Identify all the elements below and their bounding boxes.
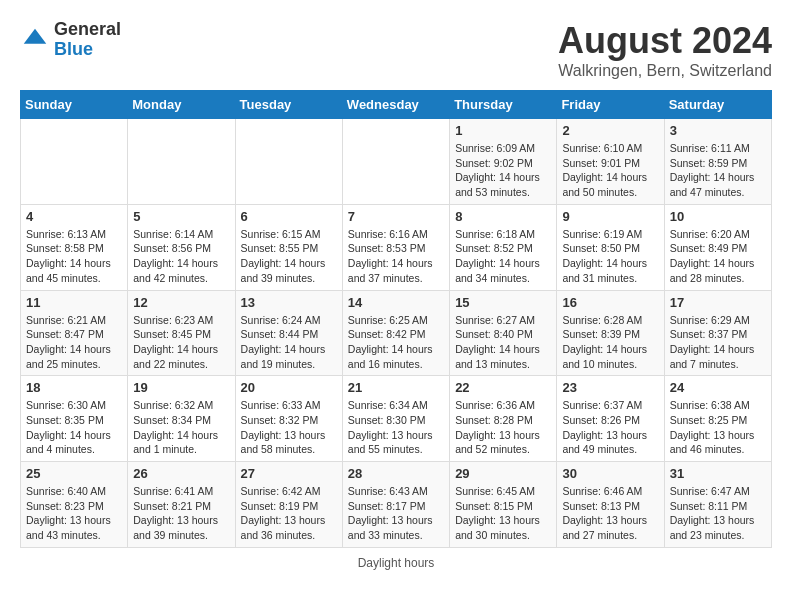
header-day-wednesday: Wednesday bbox=[342, 91, 449, 119]
day-info: Sunrise: 6:10 AMSunset: 9:01 PMDaylight:… bbox=[562, 141, 658, 200]
calendar-cell: 12Sunrise: 6:23 AMSunset: 8:45 PMDayligh… bbox=[128, 290, 235, 376]
day-info: Sunrise: 6:41 AMSunset: 8:21 PMDaylight:… bbox=[133, 484, 229, 543]
logo: General Blue bbox=[20, 20, 121, 60]
week-row-1: 1Sunrise: 6:09 AMSunset: 9:02 PMDaylight… bbox=[21, 119, 772, 205]
calendar-table: SundayMondayTuesdayWednesdayThursdayFrid… bbox=[20, 90, 772, 548]
calendar-cell: 10Sunrise: 6:20 AMSunset: 8:49 PMDayligh… bbox=[664, 204, 771, 290]
day-info: Sunrise: 6:21 AMSunset: 8:47 PMDaylight:… bbox=[26, 313, 122, 372]
title-area: August 2024 Walkringen, Bern, Switzerlan… bbox=[558, 20, 772, 80]
calendar-cell: 30Sunrise: 6:46 AMSunset: 8:13 PMDayligh… bbox=[557, 462, 664, 548]
subtitle: Walkringen, Bern, Switzerland bbox=[558, 62, 772, 80]
day-info: Sunrise: 6:14 AMSunset: 8:56 PMDaylight:… bbox=[133, 227, 229, 286]
day-info: Sunrise: 6:45 AMSunset: 8:15 PMDaylight:… bbox=[455, 484, 551, 543]
calendar-cell: 16Sunrise: 6:28 AMSunset: 8:39 PMDayligh… bbox=[557, 290, 664, 376]
day-number: 30 bbox=[562, 466, 658, 481]
footer-note-text: Daylight hours bbox=[358, 556, 435, 570]
day-number: 21 bbox=[348, 380, 444, 395]
day-info: Sunrise: 6:28 AMSunset: 8:39 PMDaylight:… bbox=[562, 313, 658, 372]
day-number: 15 bbox=[455, 295, 551, 310]
day-number: 10 bbox=[670, 209, 766, 224]
calendar-header: SundayMondayTuesdayWednesdayThursdayFrid… bbox=[21, 91, 772, 119]
header: General Blue August 2024 Walkringen, Ber… bbox=[20, 20, 772, 80]
logo-icon bbox=[20, 25, 50, 55]
header-day-monday: Monday bbox=[128, 91, 235, 119]
day-info: Sunrise: 6:42 AMSunset: 8:19 PMDaylight:… bbox=[241, 484, 337, 543]
day-info: Sunrise: 6:38 AMSunset: 8:25 PMDaylight:… bbox=[670, 398, 766, 457]
calendar-cell: 23Sunrise: 6:37 AMSunset: 8:26 PMDayligh… bbox=[557, 376, 664, 462]
day-number: 7 bbox=[348, 209, 444, 224]
calendar-cell bbox=[128, 119, 235, 205]
calendar-cell: 25Sunrise: 6:40 AMSunset: 8:23 PMDayligh… bbox=[21, 462, 128, 548]
week-row-3: 11Sunrise: 6:21 AMSunset: 8:47 PMDayligh… bbox=[21, 290, 772, 376]
day-info: Sunrise: 6:15 AMSunset: 8:55 PMDaylight:… bbox=[241, 227, 337, 286]
calendar-cell: 7Sunrise: 6:16 AMSunset: 8:53 PMDaylight… bbox=[342, 204, 449, 290]
header-day-thursday: Thursday bbox=[450, 91, 557, 119]
day-number: 27 bbox=[241, 466, 337, 481]
day-number: 31 bbox=[670, 466, 766, 481]
day-number: 9 bbox=[562, 209, 658, 224]
day-info: Sunrise: 6:18 AMSunset: 8:52 PMDaylight:… bbox=[455, 227, 551, 286]
day-info: Sunrise: 6:33 AMSunset: 8:32 PMDaylight:… bbox=[241, 398, 337, 457]
calendar-cell bbox=[21, 119, 128, 205]
calendar-cell: 19Sunrise: 6:32 AMSunset: 8:34 PMDayligh… bbox=[128, 376, 235, 462]
calendar-cell: 8Sunrise: 6:18 AMSunset: 8:52 PMDaylight… bbox=[450, 204, 557, 290]
day-number: 3 bbox=[670, 123, 766, 138]
day-info: Sunrise: 6:30 AMSunset: 8:35 PMDaylight:… bbox=[26, 398, 122, 457]
calendar-cell: 20Sunrise: 6:33 AMSunset: 8:32 PMDayligh… bbox=[235, 376, 342, 462]
day-number: 25 bbox=[26, 466, 122, 481]
calendar-cell: 22Sunrise: 6:36 AMSunset: 8:28 PMDayligh… bbox=[450, 376, 557, 462]
week-row-4: 18Sunrise: 6:30 AMSunset: 8:35 PMDayligh… bbox=[21, 376, 772, 462]
svg-marker-0 bbox=[24, 29, 47, 44]
day-number: 18 bbox=[26, 380, 122, 395]
day-info: Sunrise: 6:47 AMSunset: 8:11 PMDaylight:… bbox=[670, 484, 766, 543]
calendar-cell: 14Sunrise: 6:25 AMSunset: 8:42 PMDayligh… bbox=[342, 290, 449, 376]
day-number: 16 bbox=[562, 295, 658, 310]
day-info: Sunrise: 6:34 AMSunset: 8:30 PMDaylight:… bbox=[348, 398, 444, 457]
day-number: 17 bbox=[670, 295, 766, 310]
week-row-5: 25Sunrise: 6:40 AMSunset: 8:23 PMDayligh… bbox=[21, 462, 772, 548]
calendar-cell: 31Sunrise: 6:47 AMSunset: 8:11 PMDayligh… bbox=[664, 462, 771, 548]
day-number: 11 bbox=[26, 295, 122, 310]
day-number: 22 bbox=[455, 380, 551, 395]
day-info: Sunrise: 6:37 AMSunset: 8:26 PMDaylight:… bbox=[562, 398, 658, 457]
footer-note: Daylight hours bbox=[20, 556, 772, 570]
day-info: Sunrise: 6:13 AMSunset: 8:58 PMDaylight:… bbox=[26, 227, 122, 286]
calendar-cell: 6Sunrise: 6:15 AMSunset: 8:55 PMDaylight… bbox=[235, 204, 342, 290]
calendar-cell: 4Sunrise: 6:13 AMSunset: 8:58 PMDaylight… bbox=[21, 204, 128, 290]
day-number: 14 bbox=[348, 295, 444, 310]
calendar-cell: 5Sunrise: 6:14 AMSunset: 8:56 PMDaylight… bbox=[128, 204, 235, 290]
calendar-cell bbox=[235, 119, 342, 205]
header-day-tuesday: Tuesday bbox=[235, 91, 342, 119]
day-number: 4 bbox=[26, 209, 122, 224]
day-info: Sunrise: 6:25 AMSunset: 8:42 PMDaylight:… bbox=[348, 313, 444, 372]
calendar-cell: 28Sunrise: 6:43 AMSunset: 8:17 PMDayligh… bbox=[342, 462, 449, 548]
calendar-cell: 26Sunrise: 6:41 AMSunset: 8:21 PMDayligh… bbox=[128, 462, 235, 548]
header-row: SundayMondayTuesdayWednesdayThursdayFrid… bbox=[21, 91, 772, 119]
calendar-cell: 21Sunrise: 6:34 AMSunset: 8:30 PMDayligh… bbox=[342, 376, 449, 462]
calendar-cell: 18Sunrise: 6:30 AMSunset: 8:35 PMDayligh… bbox=[21, 376, 128, 462]
main-title: August 2024 bbox=[558, 20, 772, 62]
day-info: Sunrise: 6:27 AMSunset: 8:40 PMDaylight:… bbox=[455, 313, 551, 372]
calendar-cell bbox=[342, 119, 449, 205]
day-info: Sunrise: 6:24 AMSunset: 8:44 PMDaylight:… bbox=[241, 313, 337, 372]
day-number: 1 bbox=[455, 123, 551, 138]
day-number: 8 bbox=[455, 209, 551, 224]
day-info: Sunrise: 6:29 AMSunset: 8:37 PMDaylight:… bbox=[670, 313, 766, 372]
day-number: 6 bbox=[241, 209, 337, 224]
day-number: 29 bbox=[455, 466, 551, 481]
calendar-cell: 29Sunrise: 6:45 AMSunset: 8:15 PMDayligh… bbox=[450, 462, 557, 548]
header-day-friday: Friday bbox=[557, 91, 664, 119]
calendar-cell: 27Sunrise: 6:42 AMSunset: 8:19 PMDayligh… bbox=[235, 462, 342, 548]
day-info: Sunrise: 6:46 AMSunset: 8:13 PMDaylight:… bbox=[562, 484, 658, 543]
day-number: 5 bbox=[133, 209, 229, 224]
logo-text: General Blue bbox=[54, 20, 121, 60]
day-number: 28 bbox=[348, 466, 444, 481]
day-info: Sunrise: 6:16 AMSunset: 8:53 PMDaylight:… bbox=[348, 227, 444, 286]
day-number: 23 bbox=[562, 380, 658, 395]
calendar-body: 1Sunrise: 6:09 AMSunset: 9:02 PMDaylight… bbox=[21, 119, 772, 548]
day-info: Sunrise: 6:36 AMSunset: 8:28 PMDaylight:… bbox=[455, 398, 551, 457]
header-day-saturday: Saturday bbox=[664, 91, 771, 119]
day-info: Sunrise: 6:40 AMSunset: 8:23 PMDaylight:… bbox=[26, 484, 122, 543]
calendar-cell: 13Sunrise: 6:24 AMSunset: 8:44 PMDayligh… bbox=[235, 290, 342, 376]
calendar-cell: 11Sunrise: 6:21 AMSunset: 8:47 PMDayligh… bbox=[21, 290, 128, 376]
